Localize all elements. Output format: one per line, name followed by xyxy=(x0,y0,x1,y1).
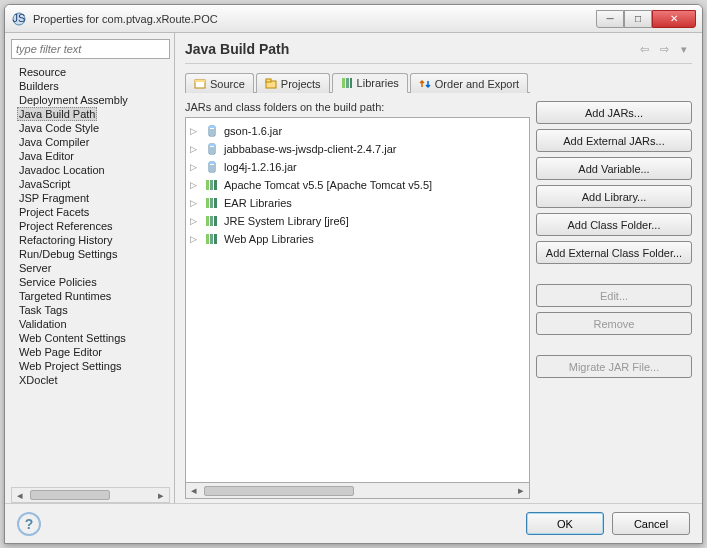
list-description: JARs and class folders on the build path… xyxy=(185,101,530,113)
scroll-thumb[interactable] xyxy=(204,486,354,496)
list-item-label: Web App Libraries xyxy=(224,233,314,245)
sidebar-item[interactable]: Java Build Path xyxy=(17,107,97,121)
svg-rect-8 xyxy=(350,78,352,88)
svg-rect-34 xyxy=(210,234,213,244)
sidebar-item[interactable]: Resource xyxy=(17,65,170,79)
sidebar-item[interactable]: Targeted Runtimes xyxy=(17,289,170,303)
svg-rect-20 xyxy=(209,162,215,164)
tab-projects[interactable]: Projects xyxy=(256,73,330,93)
add-jars-button[interactable]: Add JARs... xyxy=(536,101,692,124)
footer: ? OK Cancel xyxy=(5,503,702,543)
sidebar-item[interactable]: Java Editor xyxy=(17,149,170,163)
sidebar-item[interactable]: Java Code Style xyxy=(17,121,170,135)
divider xyxy=(185,63,692,64)
svg-rect-15 xyxy=(209,144,215,146)
sidebar-item[interactable]: Web Project Settings xyxy=(17,359,170,373)
scroll-right-icon[interactable]: ▸ xyxy=(513,484,529,497)
expand-icon[interactable]: ▷ xyxy=(190,126,200,136)
sidebar-item[interactable]: Server xyxy=(17,261,170,275)
migrate-jar-button[interactable]: Migrate JAR File... xyxy=(536,355,692,378)
tab-libraries[interactable]: Libraries xyxy=(332,73,408,93)
list-item[interactable]: ▷Apache Tomcat v5.5 [Apache Tomcat v5.5] xyxy=(190,176,525,194)
list-item-label: JRE System Library [jre6] xyxy=(224,215,349,227)
sidebar-item[interactable]: Run/Debug Settings xyxy=(17,247,170,261)
scroll-left-icon[interactable]: ◂ xyxy=(12,489,28,502)
library-icon xyxy=(204,195,220,211)
expand-icon[interactable]: ▷ xyxy=(190,216,200,226)
dropdown-icon[interactable]: ▾ xyxy=(676,41,692,57)
expand-icon[interactable]: ▷ xyxy=(190,180,200,190)
svg-text:JS: JS xyxy=(13,12,26,24)
maximize-button[interactable]: □ xyxy=(624,10,652,28)
list-item[interactable]: ▷gson-1.6.jar xyxy=(190,122,525,140)
sidebar-item[interactable]: Java Compiler xyxy=(17,135,170,149)
tab-order-and-export[interactable]: Order and Export xyxy=(410,73,528,93)
svg-rect-32 xyxy=(214,216,217,226)
sidebar-item[interactable]: Service Policies xyxy=(17,275,170,289)
remove-button[interactable]: Remove xyxy=(536,312,692,335)
svg-rect-5 xyxy=(266,79,271,82)
sidebar-item[interactable]: Refactoring History xyxy=(17,233,170,247)
sidebar-item[interactable]: Web Content Settings xyxy=(17,331,170,345)
expand-icon[interactable]: ▷ xyxy=(190,234,200,244)
add-library-button[interactable]: Add Library... xyxy=(536,185,692,208)
back-icon[interactable]: ⇦ xyxy=(636,41,652,57)
sidebar-item[interactable]: Validation xyxy=(17,317,170,331)
list-item-label: gson-1.6.jar xyxy=(224,125,282,137)
add-class-folder-button[interactable]: Add Class Folder... xyxy=(536,213,692,236)
list-item[interactable]: ▷Web App Libraries xyxy=(190,230,525,248)
cancel-button[interactable]: Cancel xyxy=(612,512,690,535)
close-button[interactable]: ✕ xyxy=(652,10,696,28)
svg-rect-10 xyxy=(209,126,215,128)
filter-input[interactable] xyxy=(11,39,170,59)
sidebar-item[interactable]: Project References xyxy=(17,219,170,233)
app-icon: JS xyxy=(11,11,27,27)
add-external-jars-button[interactable]: Add External JARs... xyxy=(536,129,692,152)
list-item[interactable]: ▷jabbabase-ws-jwsdp-client-2.4.7.jar xyxy=(190,140,525,158)
sidebar-item[interactable]: Project Facets xyxy=(17,205,170,219)
scroll-thumb[interactable] xyxy=(30,490,110,500)
scroll-left-icon[interactable]: ◂ xyxy=(186,484,202,497)
sidebar-item[interactable]: Builders xyxy=(17,79,170,93)
tab-icon xyxy=(419,78,431,90)
svg-rect-35 xyxy=(214,234,217,244)
sidebar-scrollbar[interactable]: ◂ ▸ xyxy=(11,487,170,503)
help-icon[interactable]: ? xyxy=(17,512,41,536)
window-title: Properties for com.ptvag.xRoute.POC xyxy=(33,13,596,25)
sidebar-item[interactable]: JSP Fragment xyxy=(17,191,170,205)
expand-icon[interactable]: ▷ xyxy=(190,198,200,208)
list-item-label: Apache Tomcat v5.5 [Apache Tomcat v5.5] xyxy=(224,179,432,191)
list-item[interactable]: ▷log4j-1.2.16.jar xyxy=(190,158,525,176)
svg-rect-7 xyxy=(346,78,349,88)
classpath-list[interactable]: ▷gson-1.6.jar▷jabbabase-ws-jwsdp-client-… xyxy=(185,117,530,483)
button-column: Add JARs... Add External JARs... Add Var… xyxy=(536,101,692,499)
forward-icon[interactable]: ⇨ xyxy=(656,41,672,57)
sidebar-item[interactable]: Deployment Assembly xyxy=(17,93,170,107)
category-tree[interactable]: ResourceBuildersDeployment AssemblyJava … xyxy=(17,65,170,487)
sidebar-item[interactable]: Web Page Editor xyxy=(17,345,170,359)
sidebar-item[interactable]: JavaScript xyxy=(17,177,170,191)
list-item[interactable]: ▷EAR Libraries xyxy=(190,194,525,212)
expand-icon[interactable]: ▷ xyxy=(190,144,200,154)
edit-button[interactable]: Edit... xyxy=(536,284,692,307)
library-icon xyxy=(204,213,220,229)
svg-rect-6 xyxy=(342,78,345,88)
expand-icon[interactable]: ▷ xyxy=(190,162,200,172)
tab-label: Source xyxy=(210,78,245,90)
tab-source[interactable]: Source xyxy=(185,73,254,93)
titlebar[interactable]: JS Properties for com.ptvag.xRoute.POC ─… xyxy=(5,5,702,33)
add-variable-button[interactable]: Add Variable... xyxy=(536,157,692,180)
add-external-class-folder-button[interactable]: Add External Class Folder... xyxy=(536,241,692,264)
list-item[interactable]: ▷JRE System Library [jre6] xyxy=(190,212,525,230)
svg-rect-30 xyxy=(206,216,209,226)
sidebar-item[interactable]: Task Tags xyxy=(17,303,170,317)
svg-rect-24 xyxy=(206,180,209,190)
tab-icon xyxy=(341,77,353,89)
list-scrollbar[interactable]: ◂ ▸ xyxy=(185,483,530,499)
svg-rect-31 xyxy=(210,216,213,226)
sidebar-item[interactable]: Javadoc Location xyxy=(17,163,170,177)
sidebar-item[interactable]: XDoclet xyxy=(17,373,170,387)
minimize-button[interactable]: ─ xyxy=(596,10,624,28)
scroll-right-icon[interactable]: ▸ xyxy=(153,489,169,502)
ok-button[interactable]: OK xyxy=(526,512,604,535)
